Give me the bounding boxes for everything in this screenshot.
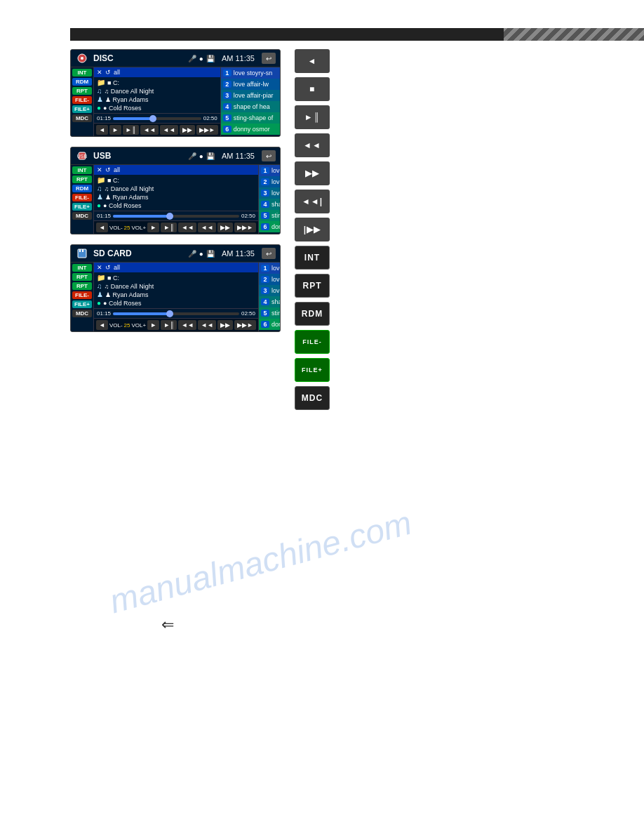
track-item-0-4[interactable]: 5 sting-shape of <box>221 112 280 124</box>
sidebar-btn-2-3[interactable]: FILE- <box>72 291 92 299</box>
return-btn-0[interactable]: ↩ <box>262 53 276 64</box>
artist-label-1: ♟ Ryan Adams <box>105 194 149 201</box>
device-icon-2 <box>75 248 89 259</box>
ctrl-playpause-1[interactable]: ►║ <box>161 223 177 232</box>
folder-icon-1: 📁 <box>97 176 105 184</box>
track-item-0-0[interactable]: 1 love stoyry-sn <box>221 67 280 79</box>
track-item-2-3[interactable]: 4 shape of my he <box>259 296 281 307</box>
ctrl-play-2[interactable]: ► <box>147 320 159 330</box>
ctrl-fwd-2[interactable]: ▶▶ <box>217 320 233 330</box>
sidebar-btn-2-4[interactable]: FILE+ <box>72 300 92 308</box>
track-item-2-4[interactable]: 5 sting-shape of <box>259 307 281 319</box>
sidebar-btn-0-2[interactable]: RPT <box>72 87 92 95</box>
track-item-0-1[interactable]: 2 love affair-lw <box>221 79 280 90</box>
sidebar-btn-1-0[interactable]: INT <box>72 166 92 174</box>
sidebar-btn-0-4[interactable]: FILE+ <box>72 105 92 113</box>
sidebar-btn-2-5[interactable]: MDC <box>72 310 92 317</box>
svg-rect-6 <box>82 249 83 252</box>
ctrl-vol-icon-0[interactable]: ◄ <box>96 125 108 135</box>
int-button[interactable]: INT <box>295 246 330 270</box>
panel-right-2: ✕ ↺ all 📁 ■ C: ♫ ♫ Dance All Night ♟ <box>94 263 258 331</box>
track-item-1-5[interactable]: 6 donny osmor <box>259 221 281 232</box>
track-name-2-1: love affair-lw <box>271 276 281 283</box>
mdc-button[interactable]: MDC <box>295 386 330 410</box>
prev-track-button[interactable]: ◄◄| <box>295 190 330 213</box>
sidebar-btn-1-5[interactable]: MDC <box>72 212 92 220</box>
stop-button[interactable]: ■ <box>295 77 330 101</box>
track-item-1-3[interactable]: 4 shape of my hea <box>259 199 281 210</box>
vol-plus-label-2: VOL+ <box>132 322 147 329</box>
ctrl-playpause-0[interactable]: ►║ <box>123 125 139 135</box>
ctrl-playpause-2[interactable]: ►║ <box>161 320 177 330</box>
rpt-button[interactable]: RPT <box>295 274 330 298</box>
progress-bar-0[interactable] <box>113 117 201 120</box>
sidebar-btn-0-5[interactable]: MDC <box>72 114 92 122</box>
shuffle-icon-1: ✕ <box>97 166 102 173</box>
sidebar-btn-2-0[interactable]: INT <box>72 264 92 272</box>
time-start-2: 01:15 <box>97 310 111 317</box>
ctrl-next-1[interactable]: ▶▶► <box>234 223 256 232</box>
sidebar-btn-1-4[interactable]: FILE+ <box>72 203 92 211</box>
track-item-2-1[interactable]: 2 love affair-lw <box>259 274 281 285</box>
panel-body-1: INT RPT RDM FILE- FILE+ MDC ✕ <box>71 165 280 234</box>
ctrl-next-2[interactable]: ▶▶► <box>234 320 256 330</box>
track-item-0-2[interactable]: 3 love affair-piar <box>221 90 280 101</box>
ctrl-prev-0[interactable]: ◄◄ <box>140 125 159 135</box>
track-item-1-1[interactable]: 2 love affair-lw <box>259 176 281 187</box>
sidebar-btn-2-2[interactable]: RPT <box>72 282 92 290</box>
file-minus-button[interactable]: FILE- <box>295 330 330 354</box>
ctrl-fwd-1[interactable]: ▶▶ <box>217 223 233 232</box>
panel-right-0: ✕ ↺ all 📁 ■ C: ♫ ♫ Dance All Night ♟ <box>94 67 220 136</box>
track-list-1: 1 love stoyry-sn 2 love affair-lw 3 love… <box>258 165 281 234</box>
ctrl-next-0[interactable]: ▶▶► <box>196 125 218 135</box>
playing-icon-0: ● <box>97 104 101 112</box>
fast-forward-button[interactable]: ▶▶ <box>295 161 330 185</box>
folder-album-1: ♫ ♫ Dance All Night <box>97 185 255 192</box>
return-btn-1[interactable]: ↩ <box>262 150 276 161</box>
track-item-0-5[interactable]: 6 donny osmor <box>221 124 280 135</box>
ctrl-rew-2[interactable]: ◄◄ <box>198 320 216 330</box>
return-btn-2[interactable]: ↩ <box>262 248 276 259</box>
ctrl-rew-0[interactable]: ◄◄ <box>160 125 178 135</box>
track-num-1-2: 3 <box>261 190 269 197</box>
track-item-1-0[interactable]: 1 love stoyry-sn <box>259 165 281 176</box>
sidebar-btn-1-1[interactable]: RPT <box>72 176 92 183</box>
next-track-button[interactable]: |▶▶ <box>295 218 330 241</box>
ctrl-prev-2[interactable]: ◄◄ <box>178 320 196 330</box>
track-item-2-5[interactable]: 6 donny osmor <box>259 319 281 330</box>
progress-bar-1[interactable] <box>113 215 239 218</box>
device-icon-0 <box>75 53 89 64</box>
file-plus-button[interactable]: FILE+ <box>295 358 330 382</box>
mic-icon-1: 🎤 <box>188 152 196 160</box>
track-item-1-2[interactable]: 3 love affair-piar <box>259 187 281 199</box>
sidebar-btn-2-1[interactable]: RPT <box>72 273 92 281</box>
rdm-button[interactable]: RDM <box>295 302 330 326</box>
track-item-2-2[interactable]: 3 love affair-piar <box>259 285 281 296</box>
ctrl-fwd-0[interactable]: ▶▶ <box>180 125 195 135</box>
sidebar-btn-0-3[interactable]: FILE- <box>72 96 92 104</box>
sidebar-btn-1-2[interactable]: RDM <box>72 185 92 192</box>
ctrl-rew-1[interactable]: ◄◄ <box>198 223 216 232</box>
progress-bar-2[interactable] <box>113 312 239 315</box>
ctrl-prev-1[interactable]: ◄◄ <box>178 223 196 232</box>
rewind-button[interactable]: ◄◄ <box>295 133 330 157</box>
track-item-2-0[interactable]: 1 love stoyry-sn <box>259 263 281 274</box>
ctrl-vol-icon-1[interactable]: ◄ <box>96 223 108 232</box>
dot-icon-1: ● <box>199 152 203 160</box>
ctrl-play-0[interactable]: ► <box>109 125 121 135</box>
back-arrow: ⇐ <box>161 616 174 634</box>
volume-down-button[interactable]: ◄ <box>295 49 330 73</box>
ctrl-play-1[interactable]: ► <box>147 223 159 232</box>
sidebar-btn-0-0[interactable]: INT <box>72 69 92 77</box>
play-pause-button[interactable]: ►║ <box>295 105 330 129</box>
sidebar-btn-1-3[interactable]: FILE- <box>72 194 92 201</box>
track-item-1-4[interactable]: 5 sting-shape of <box>259 210 281 221</box>
folder-root-2: 📁 ■ C: <box>97 274 255 282</box>
track-item-0-3[interactable]: 4 shape of hea <box>221 101 280 112</box>
sidebar-btn-0-1[interactable]: RDM <box>72 78 92 86</box>
track-name-1-1: love affair-lw <box>271 178 281 185</box>
track-num-0-4: 5 <box>223 114 232 121</box>
progress-row-2: 01:15 02:50 <box>94 309 258 319</box>
folder-track-0: ● ● Cold Roses <box>97 104 217 112</box>
ctrl-vol-icon-2[interactable]: ◄ <box>96 320 108 330</box>
